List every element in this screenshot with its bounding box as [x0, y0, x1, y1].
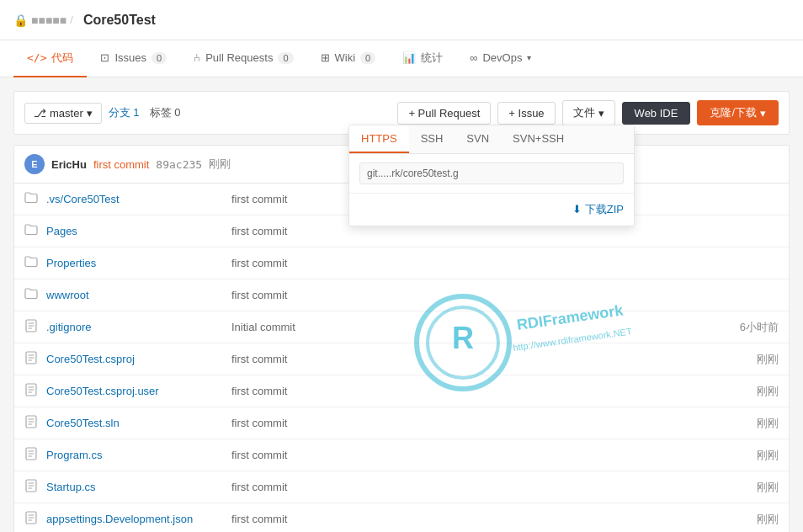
- file-name[interactable]: Properties: [46, 257, 215, 269]
- file-icon: [24, 447, 40, 463]
- table-row: Properties first commit: [14, 247, 789, 279]
- file-time: 刚刚: [711, 448, 779, 463]
- clone-chevron-icon: ▾: [760, 107, 766, 120]
- file-btn-label: 文件: [573, 105, 595, 120]
- table-row: .gitignore Initial commit 6小时前: [14, 311, 789, 343]
- file-commit-msg: first commit: [215, 449, 711, 461]
- file-time: 刚刚: [711, 512, 779, 527]
- repo-name: Core50Test: [83, 13, 156, 28]
- clone-download-btn[interactable]: ⬇ 下载ZIP: [349, 193, 634, 226]
- web-ide-button[interactable]: Web IDE: [622, 102, 691, 125]
- file-commit-msg: Initial commit: [215, 321, 711, 333]
- folder-icon: [24, 255, 40, 271]
- tab-wiki-label: Wiki: [335, 51, 356, 64]
- tags-count: 标签 0: [150, 105, 181, 120]
- nav-tabs: </> 代码 ⊡ Issues 0 ⑃ Pull Requests 0 ⊞ Wi…: [0, 40, 803, 77]
- branch-chevron: ▾: [87, 107, 93, 120]
- download-icon: ⬇: [572, 203, 582, 215]
- commit-author[interactable]: EricHu: [51, 158, 87, 171]
- branches-count: 分支 1: [109, 105, 140, 120]
- clone-url-row: [349, 154, 634, 193]
- file-commit-msg: first commit: [215, 385, 711, 397]
- file-list: .vs/Core50Test first commit Pages first …: [13, 183, 790, 532]
- file-commit-msg: first commit: [215, 513, 711, 525]
- file-icon: [24, 511, 40, 527]
- file-name[interactable]: Core50Test.csproj.user: [46, 385, 215, 397]
- clone-tabs: HTTPS SSH SVN SVN+SSH: [349, 125, 634, 154]
- tab-issues[interactable]: ⊡ Issues 0: [87, 40, 180, 77]
- file-name[interactable]: Core50Test.sln: [46, 417, 215, 429]
- file-name[interactable]: Startup.cs: [46, 481, 215, 493]
- code-icon: </>: [27, 51, 46, 64]
- avatar: E: [24, 154, 45, 174]
- pull-request-button[interactable]: + Pull Request: [397, 102, 491, 125]
- clone-button[interactable]: 克隆/下载 ▾: [697, 100, 779, 125]
- lock-icon: 🔒: [13, 13, 28, 27]
- tab-stats[interactable]: 📊 统计: [389, 40, 456, 77]
- table-row: Startup.cs first commit 刚刚: [14, 471, 789, 503]
- devops-chevron: ▾: [527, 53, 531, 62]
- file-commit-msg: first commit: [215, 417, 711, 429]
- file-icon: [24, 319, 40, 335]
- branch-name: master: [50, 107, 83, 120]
- branch-icon: ⎇: [34, 107, 46, 120]
- clone-tab-ssh[interactable]: SSH: [409, 125, 455, 153]
- tab-pull-requests[interactable]: ⑃ Pull Requests 0: [180, 40, 306, 77]
- file-name[interactable]: appsettings.Development.json: [46, 513, 215, 525]
- file-icon: [24, 415, 40, 431]
- file-commit-msg: first commit: [215, 481, 711, 493]
- clone-panel: HTTPS SSH SVN SVN+SSH ⬇ 下载ZIP: [348, 125, 635, 226]
- file-name[interactable]: .vs/Core50Test: [46, 193, 215, 205]
- issue-button[interactable]: + Issue: [497, 102, 555, 125]
- file-chevron-icon: ▾: [598, 107, 604, 120]
- tab-issues-label: Issues: [114, 51, 146, 64]
- clone-url-input[interactable]: [359, 162, 624, 184]
- avatar-initials: E: [31, 159, 37, 169]
- tab-devops[interactable]: ∞ DevOps ▾: [456, 40, 545, 77]
- file-name[interactable]: .gitignore: [46, 321, 215, 333]
- stats-icon: 📊: [402, 51, 416, 64]
- table-row: Program.cs first commit 刚刚: [14, 439, 789, 471]
- file-name[interactable]: Pages: [46, 225, 215, 237]
- commit-time: 刚刚: [209, 157, 231, 172]
- issues-badge: 0: [152, 52, 167, 64]
- file-commit-msg: first commit: [215, 257, 711, 269]
- table-row: appsettings.Development.json first commi…: [14, 503, 789, 532]
- file-button[interactable]: 文件 ▾: [562, 100, 615, 125]
- file-commit-msg: first commit: [215, 225, 711, 237]
- tab-code-label: 代码: [51, 51, 73, 66]
- separator: /: [70, 13, 73, 26]
- tab-code[interactable]: </> 代码: [13, 40, 87, 77]
- file-time: 刚刚: [711, 480, 779, 495]
- table-row: Core50Test.sln first commit 刚刚: [14, 407, 789, 439]
- wiki-icon: ⊞: [321, 51, 330, 64]
- table-row: Core50Test.csproj.user first commit 刚刚: [14, 375, 789, 407]
- pr-icon: ⑃: [194, 51, 200, 64]
- issues-icon: ⊡: [100, 51, 109, 64]
- clone-tab-https[interactable]: HTTPS: [349, 125, 409, 153]
- file-time: 刚刚: [711, 352, 779, 367]
- clone-tab-svn-ssh[interactable]: SVN+SSH: [501, 125, 576, 153]
- commit-message[interactable]: first commit: [93, 158, 149, 171]
- file-name[interactable]: Core50Test.csproj: [46, 353, 215, 365]
- clone-btn-label: 克隆/下载: [710, 105, 757, 120]
- file-name[interactable]: wwwroot: [46, 289, 215, 301]
- file-name[interactable]: Program.cs: [46, 449, 215, 461]
- clone-tab-svn[interactable]: SVN: [455, 125, 501, 153]
- tab-devops-label: DevOps: [482, 51, 522, 64]
- tab-stats-label: 统计: [421, 51, 443, 66]
- file-commit-msg: first commit: [215, 353, 711, 365]
- main-content: ⎇ master ▾ 分支 1 标签 0 + Pull Request + Is…: [0, 77, 803, 532]
- download-label: 下载ZIP: [585, 203, 624, 215]
- pr-badge: 0: [278, 52, 293, 64]
- tab-wiki[interactable]: ⊞ Wiki 0: [307, 40, 390, 77]
- file-time: 刚刚: [711, 384, 779, 399]
- file-icon: [24, 383, 40, 399]
- branch-selector[interactable]: ⎇ master ▾: [24, 103, 102, 124]
- file-commit-msg: first commit: [215, 289, 711, 301]
- file-icon: [24, 351, 40, 367]
- table-row: Core50Test.csproj first commit 刚刚: [14, 343, 789, 375]
- file-icon: [24, 479, 40, 495]
- devops-icon: ∞: [470, 51, 477, 64]
- folder-icon: [24, 223, 40, 239]
